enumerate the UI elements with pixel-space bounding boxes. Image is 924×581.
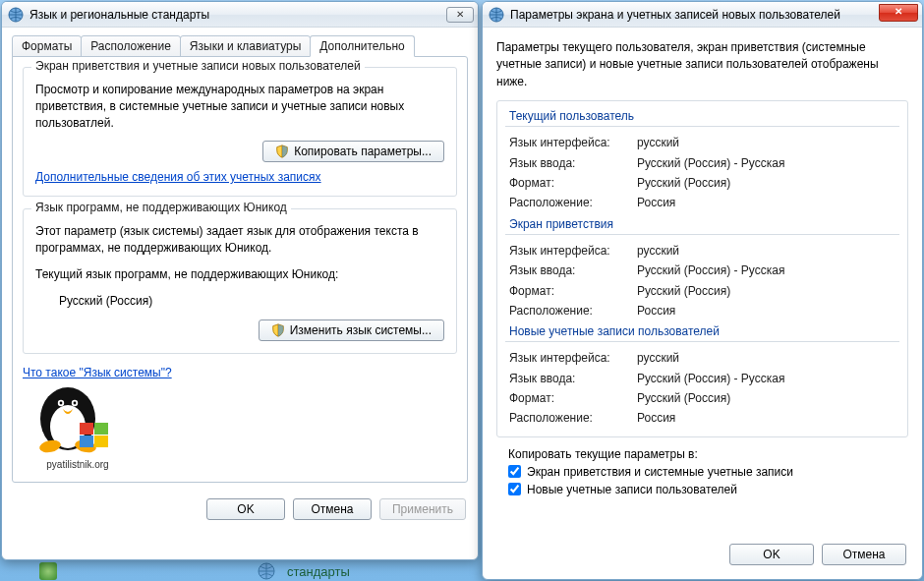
kv-key: Язык ввода: [509, 369, 637, 388]
kv-row: Расположение:Россия [509, 301, 895, 320]
tab-keyboards[interactable]: Языки и клавиатуры [180, 35, 311, 57]
window-title: Параметры экрана и учетных записей новых… [510, 8, 877, 22]
close-button[interactable]: ✕ [879, 4, 918, 22]
svg-rect-11 [94, 423, 108, 435]
kv-key: Формат: [509, 388, 637, 408]
group-non-unicode: Язык программ, не поддерживающих Юникод … [23, 208, 457, 353]
desktop-background: стандарты [0, 561, 480, 581]
checkbox-new-user-accounts[interactable]: Новые учетные записи пользователей [508, 483, 896, 496]
group-legend: Язык программ, не поддерживающих Юникод [31, 201, 291, 214]
tab-location[interactable]: Расположение [81, 35, 181, 57]
kv-row: Расположение:Россия [509, 193, 895, 212]
what-is-system-locale-link[interactable]: Что такое "Язык системы"? [23, 366, 172, 379]
button-label: Копировать параметры... [294, 145, 432, 158]
kv-key: Язык ввода: [509, 153, 637, 173]
dialog-footer: OK Отмена [718, 536, 918, 575]
checkbox-input[interactable] [508, 465, 521, 478]
kv-value: Россия [637, 301, 895, 320]
tabpane-administrative: Экран приветствия и учетные записи новых… [12, 56, 468, 483]
copy-settings-button[interactable]: Копировать параметры... [262, 141, 444, 162]
globe-icon [489, 7, 504, 23]
copy-settings-label: Копировать текущие параметры в: [508, 447, 896, 461]
kv-key: Расположение: [509, 408, 637, 428]
kv-key: Язык интерфейса: [509, 241, 637, 261]
globe-icon [258, 562, 275, 580]
kv-value: Русский (Россия) - Русская [637, 261, 895, 280]
shield-icon [271, 323, 285, 337]
kv-row: Язык ввода:Русский (Россия) - Русская [509, 369, 895, 388]
svg-rect-12 [80, 436, 93, 447]
group-legend: Экран приветствия и учетные записи новых… [31, 59, 365, 73]
logo-caption: pyatilistnik.org [29, 459, 127, 470]
ok-button[interactable]: OK [206, 498, 285, 520]
intro-text: Параметры текущего пользователя, экран п… [496, 39, 908, 90]
group-description: Этот параметр (язык системы) задает язык… [35, 223, 444, 257]
kv-row: Язык интерфейса:русский [509, 348, 895, 368]
svg-point-0 [259, 563, 274, 579]
svg-rect-10 [80, 423, 93, 435]
titlebar[interactable]: Язык и региональные стандарты ✕ [2, 2, 478, 28]
kv-value: Русский (Россия) - Русская [637, 369, 895, 388]
kv-row: Расположение:Россия [509, 408, 895, 428]
cancel-button[interactable]: Отмена [293, 498, 372, 520]
desktop-item-label: стандарты [287, 564, 350, 579]
kv-value: русский [637, 133, 895, 152]
kv-value: русский [637, 348, 895, 368]
tab-administrative[interactable]: Дополнительно [310, 35, 414, 57]
kv-key: Язык ввода: [509, 261, 637, 280]
penguin-logo-icon [29, 379, 127, 456]
kv-key: Язык интерфейса: [509, 348, 637, 368]
kv-value: русский [637, 241, 895, 261]
change-system-locale-button[interactable]: Изменить язык системы... [259, 320, 444, 341]
kv-row: Формат:Русский (Россия) [509, 173, 895, 193]
copy-settings-section: Копировать текущие параметры в: Экран пр… [496, 437, 908, 504]
titlebar[interactable]: Параметры экрана и учетных записей новых… [483, 2, 922, 28]
svg-point-6 [60, 401, 63, 404]
globe-icon [8, 7, 24, 23]
kv-key: Формат: [509, 281, 637, 301]
welcome-new-user-settings-dialog: Параметры экрана и учетных записей новых… [482, 1, 923, 580]
svg-point-7 [74, 401, 77, 404]
kv-row: Язык интерфейса:русский [509, 133, 895, 152]
svg-rect-13 [94, 436, 108, 447]
checkbox-input[interactable] [508, 483, 521, 495]
apply-button: Применить [379, 498, 466, 520]
tabs: Форматы Расположение Языки и клавиатуры … [12, 35, 468, 57]
section-title: Новые учетные записи пользователей [505, 324, 899, 342]
region-language-dialog: Язык и региональные стандарты ✕ Форматы … [1, 1, 479, 560]
current-language-value: Русский (Россия) [35, 293, 444, 310]
kv-key: Язык интерфейса: [509, 133, 637, 152]
watermark-logo: pyatilistnik.org [23, 379, 457, 472]
kv-row: Язык ввода:Русский (Россия) - Русская [509, 261, 895, 280]
section-title: Текущий пользователь [505, 109, 899, 127]
kv-row: Формат:Русский (Россия) [509, 388, 895, 408]
group-description: Просмотр и копирование международных пар… [35, 82, 444, 131]
group-welcome-accounts: Экран приветствия и учетные записи новых… [23, 67, 457, 197]
kv-value: Русский (Россия) [637, 173, 895, 193]
kv-value: Россия [637, 193, 895, 212]
kv-key: Формат: [509, 173, 637, 193]
kv-value: Русский (Россия) [637, 281, 895, 301]
kv-key: Расположение: [509, 193, 637, 212]
tab-formats[interactable]: Форматы [12, 35, 82, 57]
kv-value: Россия [637, 408, 895, 428]
window-title: Язык и региональные стандарты [29, 8, 444, 22]
checkbox-label: Экран приветствия и системные учетные за… [527, 465, 793, 479]
kv-row: Язык ввода:Русский (Россия) - Русская [509, 153, 895, 173]
section-title: Экран приветствия [505, 217, 899, 235]
ok-button[interactable]: OK [729, 544, 814, 565]
close-button[interactable]: ✕ [446, 7, 474, 23]
desktop-peek-icon [39, 562, 57, 580]
kv-value: Русский (Россия) [637, 388, 895, 408]
button-label: Изменить язык системы... [290, 323, 432, 337]
settings-summary-box: Текущий пользовательЯзык интерфейса:русс… [496, 100, 908, 437]
accounts-info-link[interactable]: Дополнительные сведения об этих учетных … [35, 170, 321, 184]
kv-row: Формат:Русский (Россия) [509, 281, 895, 301]
kv-key: Расположение: [509, 301, 637, 320]
checkbox-label: Новые учетные записи пользователей [527, 483, 737, 496]
dialog-footer: OK Отмена Применить [2, 491, 478, 530]
shield-icon [275, 145, 289, 158]
cancel-button[interactable]: Отмена [822, 544, 906, 565]
current-language-label: Текущий язык программ, не поддерживающих… [35, 266, 444, 283]
checkbox-welcome-screen[interactable]: Экран приветствия и системные учетные за… [508, 465, 896, 479]
